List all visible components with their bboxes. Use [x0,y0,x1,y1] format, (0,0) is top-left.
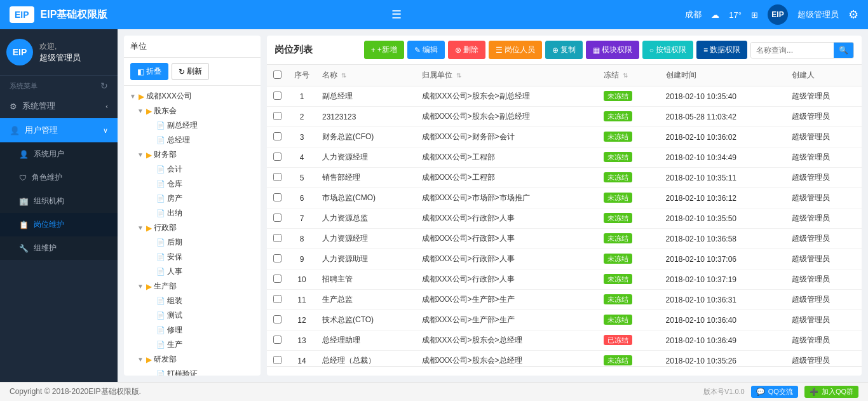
row-checkbox[interactable] [273,336,281,344]
row-seq: 5 [288,168,316,188]
refresh-button[interactable]: ↻ 刷新 [172,63,209,80]
table-row[interactable]: 8 人力资源经理 成都XXX公司>行政部>人事 未冻结 2018-02-10 1… [267,229,862,249]
table-row[interactable]: 2 23123123 成都XXX公司>股东会>副总经理 未冻结 2018-05-… [267,107,862,127]
tree-node[interactable]: 📄 生产 [124,337,261,352]
row-checkbox[interactable] [273,132,281,140]
frozen-badge: 未冻结 [604,233,632,243]
row-name: 总经理（总裁） [316,351,416,367]
th-time: 创建时间 [660,65,785,86]
tree-node[interactable]: 📄 人事 [124,264,261,279]
sidebar-item-org-structure[interactable]: 🏢 组织机构 [0,189,118,213]
tree-node[interactable]: 📄 后期 [124,235,261,250]
tree-node[interactable]: 📄 测试 [124,308,261,323]
tree-node[interactable]: 📄 打样验证 [124,367,261,376]
row-checkbox[interactable] [273,234,281,242]
row-seq: 7 [288,208,316,229]
tree-node[interactable]: 📄 仓库 [124,177,261,191]
sidebar-sub-menu: 👤 系统用户 🛡 角色维护 🏢 组织机构 📋 岗位维护 🔧 组维护 [0,142,118,260]
row-checkbox[interactable] [273,112,281,120]
row-frozen: 未冻结 [597,290,660,310]
edit-button[interactable]: ✎ 编辑 [407,41,445,59]
tree-node[interactable]: 📄 出纳 [124,206,261,221]
tree-node[interactable]: 📄 会计 [124,162,261,177]
copy-icon: ⊕ [552,46,559,55]
frozen-badge: 已冻结 [604,335,632,345]
row-checkbox[interactable] [273,193,281,201]
org-icon: 🏢 [19,197,29,206]
row-unit: 成都XXX公司>工程部 [416,147,597,168]
table-row[interactable]: 12 技术总监(CTO) 成都XXX公司>生产部>生产 未冻结 2018-02-… [267,310,862,330]
tree-node[interactable]: ▼ ▶ 股东会 [124,104,261,118]
position-staff-button[interactable]: ☰ 岗位人员 [489,41,542,59]
tree-node[interactable]: ▼ ▶ 成都XXX公司 [124,89,261,104]
tree-node[interactable]: ▼ ▶ 生产部 [124,279,261,294]
data-auth-button[interactable]: ≡ 数据权限 [696,41,747,59]
table-row[interactable]: 5 销售部经理 成都XXX公司>工程部 未冻结 2018-02-10 10:35… [267,168,862,188]
folder-icon: ▶ [146,282,152,291]
tree-node[interactable]: 📄 房产 [124,191,261,206]
row-creator: 超级管理员 [785,127,862,147]
table-row[interactable]: 4 人力资源经理 成都XXX公司>工程部 未冻结 2018-02-10 10:3… [267,147,862,168]
th-unit: 归属单位 ⇅ [416,65,597,86]
search-input[interactable] [751,43,834,58]
system-icon: ⚙ [10,102,17,111]
tree-header-label: 单位 [130,41,147,52]
sidebar-item-role-maintenance[interactable]: 🛡 角色维护 [0,166,118,189]
row-name: 招聘主管 [316,269,416,290]
row-checkbox[interactable] [273,315,281,323]
table-row[interactable]: 10 招聘主管 成都XXX公司>行政部>人事 未冻结 2018-02-10 10… [267,269,862,290]
tree-node[interactable]: 📄 安保 [124,250,261,264]
sidebar-item-user-management[interactable]: 👤 用户管理 ∨ [0,118,118,142]
tree-toolbar: ◧ 折叠 ↻ 刷新 [124,58,261,86]
table-row[interactable]: 3 财务总监(CFO) 成都XXX公司>财务部>会计 未冻结 2018-02-1… [267,127,862,147]
search-button[interactable]: 🔍 [834,43,853,58]
qq-button[interactable]: 💬 QQ交流 [751,386,798,398]
row-checkbox[interactable] [273,92,281,100]
frozen-badge: 未冻结 [604,111,632,121]
add-button[interactable]: + +新增 [364,41,404,59]
sidebar-item-position-maintenance[interactable]: 📋 岗位维护 [0,213,118,236]
row-checkbox[interactable] [273,254,281,262]
tree-node[interactable]: 📄 副总经理 [124,118,261,133]
tree-node[interactable]: ▼ ▶ 研发部 [124,352,261,367]
tree-node[interactable]: 📄 总经理 [124,133,261,147]
row-checkbox[interactable] [273,173,281,181]
menu-toggle-icon[interactable]: ☰ [391,8,402,22]
row-checkbox[interactable] [273,356,281,364]
select-all-checkbox[interactable] [273,71,281,79]
join-qq-button[interactable]: ➕ 加入QQ群 [804,386,858,398]
table-row[interactable]: 9 人力资源助理 成都XXX公司>行政部>人事 未冻结 2018-02-10 1… [267,249,862,269]
tree-node[interactable]: ▼ ▶ 财务部 [124,147,261,162]
row-checkbox[interactable] [273,153,281,161]
table-row[interactable]: 11 生产总监 成都XXX公司>生产部>生产 未冻结 2018-02-10 10… [267,290,862,310]
role-icon: 🛡 [19,173,27,182]
sidebar-refresh-icon[interactable]: ↻ [100,81,108,91]
table-row[interactable]: 13 总经理助理 成都XXX公司>股东会>总经理 已冻结 2018-02-10 … [267,330,862,351]
button-auth-button[interactable]: ○ 按钮权限 [642,41,693,59]
file-icon: 📄 [156,326,165,334]
frozen-badge: 未冻结 [604,193,632,203]
tree-node[interactable]: ▼ ▶ 行政部 [124,221,261,235]
sidebar-item-system-management[interactable]: ⚙ 系统管理 ‹ [0,94,118,118]
collapse-button[interactable]: ◧ 折叠 [130,63,168,80]
table-row[interactable]: 1 副总经理 成都XXX公司>股东会>副总经理 未冻结 2018-02-10 1… [267,86,862,107]
table-row[interactable]: 6 市场总监(CMO) 成都XXX公司>市场部>市场推广 未冻结 2018-02… [267,188,862,208]
copy-button[interactable]: ⊕ 复制 [545,41,583,59]
table-row[interactable]: 7 人力资源总监 成都XXX公司>行政部>人事 未冻结 2018-02-10 1… [267,208,862,229]
row-checkbox[interactable] [273,295,281,303]
row-checkbox[interactable] [273,275,281,283]
row-checkbox[interactable] [273,214,281,222]
row-name: 生产总监 [316,290,416,310]
tree-node[interactable]: 📄 组装 [124,294,261,308]
table-row[interactable]: 14 总经理（总裁） 成都XXX公司>股东会>总经理 未冻结 2018-02-1… [267,351,862,367]
row-seq: 9 [288,249,316,269]
delete-button[interactable]: ⊗ 删除 [448,41,485,59]
sidebar-username: 超级管理员 [39,52,81,64]
sidebar-item-group-maintenance[interactable]: 🔧 组维护 [0,236,118,260]
tree-node[interactable]: 📄 修理 [124,323,261,337]
sidebar-item-system-users[interactable]: 👤 系统用户 [0,142,118,166]
expand-icon[interactable]: ⊞ [751,10,758,20]
gear-icon[interactable]: ⚙ [848,8,858,22]
row-checkbox-cell [267,168,288,188]
module-auth-button[interactable]: ▦ 模块权限 [586,41,639,59]
